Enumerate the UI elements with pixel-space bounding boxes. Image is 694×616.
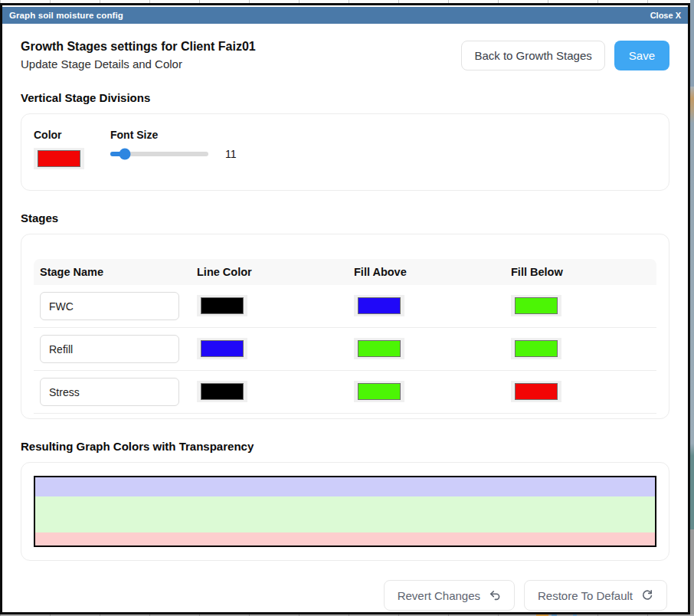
- fill-below-swatch: [515, 340, 558, 357]
- footer-actions: Revert Changes Restore To Default: [21, 580, 669, 611]
- font-size-slider-row: 11: [110, 148, 237, 160]
- header-actions: Back to Growth Stages Save: [461, 41, 669, 70]
- table-row-stress: [34, 371, 656, 414]
- line-color-swatch: [201, 383, 244, 400]
- line-color-picker[interactable]: [197, 338, 247, 359]
- page-subtitle: Update Stage Details and Color: [21, 57, 256, 70]
- modal-title: Graph soil moisture config: [9, 11, 123, 20]
- slider-thumb[interactable]: [119, 149, 131, 160]
- fill-below-picker[interactable]: [511, 381, 561, 402]
- line-color-swatch: [201, 340, 244, 357]
- fill-above-swatch: [358, 383, 401, 400]
- preview-band-below: [35, 532, 655, 546]
- column-fill-below: Fill Below: [505, 266, 656, 278]
- color-preview-box: [34, 476, 656, 547]
- restore-default-button[interactable]: Restore To Default: [524, 580, 667, 611]
- column-line-color: Line Color: [191, 266, 348, 278]
- revert-changes-label: Revert Changes: [398, 589, 480, 602]
- save-button[interactable]: Save: [614, 41, 669, 70]
- fill-above-swatch: [358, 297, 401, 314]
- revert-changes-button[interactable]: Revert Changes: [384, 580, 515, 611]
- header-section: Growth Stages settings for Client Faiz01…: [21, 40, 669, 70]
- preview-heading: Resulting Graph Colors with Transparency: [21, 440, 669, 453]
- stage-name-input[interactable]: [40, 378, 179, 406]
- stage-name-input[interactable]: [40, 292, 179, 320]
- vertical-divisions-heading: Vertical Stage Divisions: [21, 91, 669, 104]
- modal-content: Growth Stages settings for Client Faiz01…: [2, 24, 688, 612]
- header-text: Growth Stages settings for Client Faiz01…: [21, 40, 256, 70]
- close-button[interactable]: Close X: [650, 11, 681, 20]
- division-color-field: Color: [34, 129, 84, 170]
- division-color-label: Color: [34, 129, 84, 141]
- fill-below-picker[interactable]: [511, 295, 561, 316]
- preview-band-above: [35, 477, 655, 496]
- stages-heading: Stages: [21, 211, 669, 224]
- fill-above-picker[interactable]: [354, 381, 404, 402]
- background-page-right-edge: [690, 0, 694, 616]
- fill-above-picker[interactable]: [354, 295, 404, 316]
- line-color-swatch: [201, 297, 244, 314]
- division-color-swatch: [38, 150, 80, 167]
- preview-card: [21, 462, 669, 561]
- back-to-growth-stages-button[interactable]: Back to Growth Stages: [461, 41, 604, 70]
- line-color-picker[interactable]: [197, 381, 247, 402]
- fill-below-picker[interactable]: [511, 338, 561, 359]
- font-size-value: 11: [225, 148, 237, 160]
- vertical-divisions-card: Color Font Size 11: [21, 113, 669, 191]
- division-color-picker[interactable]: [34, 148, 84, 169]
- column-fill-above: Fill Above: [348, 266, 505, 278]
- fill-above-swatch: [358, 340, 401, 357]
- undo-icon: [489, 589, 501, 601]
- restore-default-label: Restore To Default: [538, 589, 633, 602]
- fill-below-swatch: [515, 383, 558, 400]
- table-row-refill: [34, 328, 656, 371]
- stage-name-input[interactable]: [40, 335, 179, 363]
- font-size-slider[interactable]: [110, 152, 208, 156]
- modal-titlebar: Graph soil moisture config Close X: [2, 7, 688, 24]
- fill-below-swatch: [515, 297, 558, 314]
- stages-table-header: Stage Name Line Color Fill Above Fill Be…: [34, 259, 656, 285]
- font-size-label: Font Size: [110, 129, 237, 141]
- stages-card: Stage Name Line Color Fill Above Fill Be…: [21, 234, 669, 419]
- soil-moisture-config-modal: Graph soil moisture config Close X Growt…: [0, 3, 690, 614]
- preview-band-middle: [35, 496, 655, 532]
- font-size-field: Font Size 11: [110, 129, 237, 170]
- table-row-fwc: [34, 285, 656, 328]
- fill-above-picker[interactable]: [354, 338, 404, 359]
- line-color-picker[interactable]: [197, 295, 247, 316]
- column-stage-name: Stage Name: [34, 266, 191, 278]
- refresh-icon: [641, 589, 653, 601]
- page-title: Growth Stages settings for Client Faiz01: [21, 40, 256, 54]
